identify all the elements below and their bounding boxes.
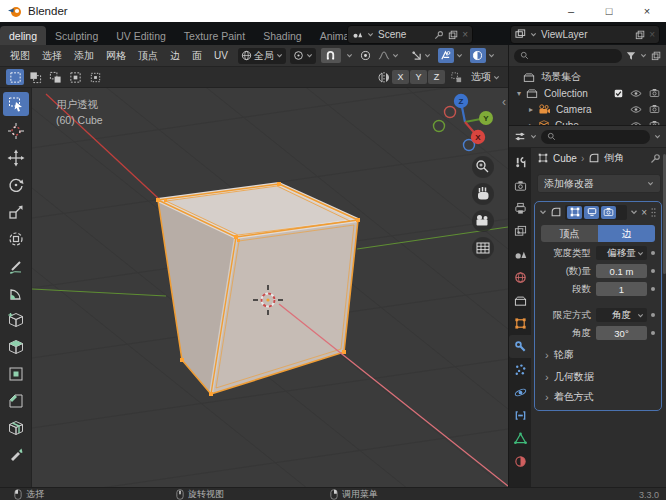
tab-tool[interactable]	[509, 151, 531, 174]
scene-selector[interactable]: Scene ×	[347, 25, 473, 44]
disclosure-collapsed-icon[interactable]: ▸	[529, 105, 533, 114]
tab-output[interactable]	[509, 197, 531, 220]
show-overlays-toggle[interactable]	[436, 48, 465, 64]
disclosure-expanded-icon[interactable]: ▾	[517, 89, 521, 98]
disable-render-icon[interactable]	[649, 104, 660, 114]
view-layer-selector[interactable]: ViewLayer ×	[510, 25, 660, 44]
breadcrumb-modifier[interactable]: 倒角	[604, 151, 624, 165]
menu-view[interactable]: 视图	[4, 49, 36, 63]
display-realtime-toggle[interactable]	[584, 206, 599, 219]
tab-particles[interactable]	[509, 358, 531, 381]
maximize-button[interactable]: □	[590, 0, 628, 22]
toggle-perspective-button[interactable]	[472, 237, 494, 259]
filter-icon[interactable]	[626, 51, 636, 61]
section-geometry[interactable]: › 几何数据	[535, 369, 661, 385]
breadcrumb-object[interactable]: Cube	[553, 153, 577, 164]
tab-world[interactable]	[509, 266, 531, 289]
new-scene-icon[interactable]	[448, 30, 458, 40]
animate-dot[interactable]	[647, 269, 659, 273]
tool-extrude-region[interactable]	[3, 335, 29, 359]
menu-edge[interactable]: 边	[164, 49, 186, 63]
workspace-tab-texture-paint[interactable]: Texture Paint	[175, 26, 254, 45]
mirror-y-toggle[interactable]: Y	[410, 70, 427, 84]
tool-scale[interactable]	[3, 200, 29, 224]
menu-face[interactable]: 面	[186, 49, 208, 63]
new-collection-icon[interactable]	[651, 51, 661, 61]
outliner-search-input[interactable]	[514, 49, 622, 63]
sidebar-collapse-arrow[interactable]: ‹	[502, 95, 506, 109]
tool-add-cube[interactable]	[3, 308, 29, 332]
tool-annotate[interactable]	[3, 254, 29, 278]
width-type-dropdown[interactable]: 偏移量	[596, 246, 647, 260]
outliner-row-scene-collection[interactable]: 场景集合	[509, 69, 666, 85]
section-profile[interactable]: › 轮廓	[535, 347, 661, 363]
hide-eye-icon[interactable]	[630, 89, 642, 98]
animate-dot[interactable]	[647, 331, 659, 335]
tool-cursor[interactable]	[3, 119, 29, 143]
drag-grip-icon[interactable]	[650, 207, 657, 218]
affect-vertices-tab[interactable]: 顶点	[541, 225, 598, 242]
tool-inset-faces[interactable]	[3, 362, 29, 386]
tab-modifiers[interactable]	[509, 335, 531, 358]
options-dropdown[interactable]: 选项	[469, 69, 502, 85]
tab-render[interactable]	[509, 174, 531, 197]
outliner-row-collection[interactable]: ▾ Collection	[509, 85, 666, 101]
tool-loop-cut[interactable]	[3, 416, 29, 440]
animate-dot[interactable]	[647, 251, 659, 255]
falloff-dropdown[interactable]	[376, 48, 401, 64]
select-mode-intersect-button[interactable]	[86, 69, 104, 85]
tab-object-data[interactable]	[509, 427, 531, 450]
unlink-scene-icon[interactable]: ×	[462, 29, 468, 40]
snap-settings-dropdown[interactable]	[344, 48, 355, 64]
chevron-down-icon[interactable]	[640, 52, 647, 59]
transform-orientation-dropdown[interactable]: 全局	[238, 48, 286, 64]
tool-rotate[interactable]	[3, 173, 29, 197]
menu-add[interactable]: 添加	[68, 49, 100, 63]
tool-knife[interactable]	[3, 443, 29, 467]
close-button[interactable]: ×	[628, 0, 666, 22]
select-mode-invert-button[interactable]	[66, 69, 84, 85]
pin-icon[interactable]	[434, 30, 444, 40]
pin-icon[interactable]	[650, 153, 661, 164]
tab-scene[interactable]	[509, 243, 531, 266]
animate-dot[interactable]	[647, 313, 659, 317]
tab-object[interactable]	[509, 312, 531, 335]
menu-uv[interactable]: UV	[208, 50, 234, 61]
limit-method-dropdown[interactable]: 角度	[596, 308, 647, 322]
workspace-tab-uv-editing[interactable]: UV Editing	[107, 26, 175, 45]
mirror-x-toggle[interactable]: X	[392, 70, 409, 84]
menu-mesh[interactable]: 网格	[100, 49, 132, 63]
amount-field[interactable]: 0.1 m	[596, 264, 647, 278]
affect-edges-tab[interactable]: 边	[598, 225, 655, 242]
workspace-tab-modeling[interactable]: deling	[0, 26, 46, 45]
display-render-toggle[interactable]	[601, 206, 616, 219]
segments-field[interactable]: 1	[596, 282, 647, 296]
select-mode-subtract-button[interactable]	[46, 69, 64, 85]
workspace-tab-shading[interactable]: Shading	[254, 26, 311, 45]
remove-view-layer-icon[interactable]: ×	[649, 29, 655, 40]
pivot-point-dropdown[interactable]	[290, 48, 316, 64]
menu-vertex[interactable]: 顶点	[132, 49, 164, 63]
filter-chevron-icon[interactable]	[654, 133, 661, 140]
gizmo-neg-y-ball[interactable]	[434, 121, 445, 132]
menu-select[interactable]: 选择	[36, 49, 68, 63]
new-view-layer-icon[interactable]	[635, 30, 645, 40]
hide-eye-icon[interactable]	[630, 105, 642, 114]
disable-render-icon[interactable]	[649, 88, 660, 98]
animate-dot[interactable]	[647, 287, 659, 291]
zoom-button[interactable]	[472, 156, 494, 178]
minimize-button[interactable]: –	[552, 0, 590, 22]
tool-bevel[interactable]	[3, 389, 29, 413]
tool-move[interactable]	[3, 146, 29, 170]
tab-material[interactable]	[509, 450, 531, 473]
select-mode-extend-button[interactable]	[26, 69, 44, 85]
properties-editor-icon[interactable]	[514, 131, 526, 142]
extras-chevron-icon[interactable]	[630, 208, 638, 216]
workspace-tab-sculpting[interactable]: Sculpting	[46, 26, 107, 45]
tool-measure[interactable]	[3, 281, 29, 305]
tool-select-box[interactable]	[3, 92, 29, 116]
checkbox-checked-icon[interactable]	[614, 89, 623, 98]
tab-collection[interactable]	[509, 289, 531, 312]
outliner-row-cube[interactable]: ▸ Cube	[509, 117, 666, 125]
show-gizmo-dropdown[interactable]	[409, 48, 433, 64]
